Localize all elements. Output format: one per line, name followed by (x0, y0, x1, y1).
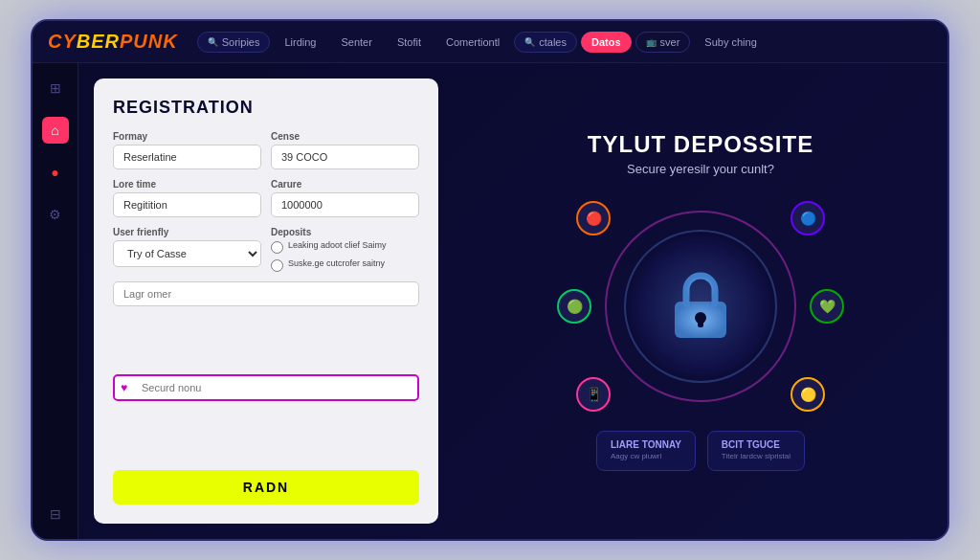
nav-datos[interactable]: Datos (581, 32, 632, 53)
svg-rect-2 (698, 318, 703, 327)
form-group-carure: Carure (271, 179, 419, 217)
last-input[interactable] (113, 281, 419, 306)
deposit-title: TYLUT DEPOSSITE (588, 131, 813, 158)
password-wrapper: ♥ (113, 374, 419, 401)
loretime-input[interactable] (113, 192, 261, 217)
bottom-buttons: LIARE TONNAY Aagy cw pluwrl BCIT TGUCE T… (596, 431, 805, 470)
password-input[interactable] (113, 374, 419, 401)
form-group-last (113, 281, 419, 365)
right-panel: TYLUT DEPOSSITE Secure yeresilr your cun… (454, 63, 947, 539)
cense-input[interactable] (271, 145, 419, 169)
form-row-2: Lore time Carure (113, 179, 419, 217)
userfriendly-select-wrapper: Try of Casse (113, 240, 261, 267)
app-container: Cyberpunk Soripies Lirding Senter Stofit… (31, 19, 949, 541)
deposit-option2[interactable]: Suske.ge cutcrofer saitny (271, 258, 419, 272)
deposit-option1[interactable]: Leaking adoot clief Saimy (271, 240, 419, 254)
orbit-icon-right: 💚 (810, 289, 844, 324)
register-button[interactable]: RADN (113, 470, 419, 504)
heart-icon: ♥ (121, 381, 127, 394)
deposit-radio-1[interactable] (271, 241, 283, 254)
form-group-userfriendly: User frienfly Try of Casse (113, 227, 261, 272)
nav-subyching[interactable]: Suby ching (694, 32, 767, 53)
deposit-subtitle: Secure yeresilr your cunlt? (627, 162, 774, 176)
nav-comertiontl[interactable]: Comertiontl (435, 32, 510, 53)
sidebar-icon-users[interactable]: ⚙ (42, 201, 69, 228)
sidebar-icon-grid[interactable]: ⊞ (42, 75, 69, 101)
form-group-cense: Cense (271, 131, 419, 169)
form-row-3: User frienfly Try of Casse Deposits (113, 227, 419, 272)
form-group-loretime: Lore time (113, 179, 261, 217)
sidebar-icon-dot[interactable]: ● (42, 159, 69, 186)
deposit-checkboxes: Leaking adoot clief Saimy Suske.ge cutcr… (271, 240, 419, 272)
orbit-icon-bottomleft: 📱 (576, 377, 611, 412)
nav-ctales[interactable]: ctales (514, 32, 577, 53)
deposits-label: Deposits (271, 227, 419, 237)
nav-senter[interactable]: Senter (330, 32, 382, 53)
lock-center-icon (657, 263, 744, 349)
bottom-btn-1[interactable]: LIARE TONNAY Aagy cw pluwrl (596, 431, 696, 470)
userfriendly-label: User frienfly (113, 227, 261, 237)
carure-label: Carure (271, 179, 419, 190)
nav-stofit[interactable]: Stofit (387, 32, 432, 53)
orbit-icon-left: 🟢 (557, 289, 591, 324)
nav-soripies[interactable]: Soripies (197, 32, 271, 53)
sidebar: ⊞ ⌂ ● ⚙ ⊟ (33, 63, 78, 539)
userfriendly-select[interactable]: Try of Casse (113, 240, 261, 267)
form-title: REGISTRATION (113, 98, 419, 118)
sidebar-icon-home[interactable]: ⌂ (42, 117, 69, 144)
form-group-format: Formay (113, 131, 261, 169)
form-row-1: Formay Cense (113, 131, 419, 169)
deposit-radio-2[interactable] (271, 259, 283, 272)
logo: Cyberpunk (48, 31, 178, 53)
main-body: ⊞ ⌂ ● ⚙ ⊟ REGISTRATION Formay Cense (33, 63, 947, 539)
orbit-icon-topright: 🔵 (791, 201, 825, 235)
lock-diagram: 🔴 🔵 🟢 💚 📱 🟡 (557, 191, 844, 421)
bottom-btn-2[interactable]: BCIT TGUCE Titelr lardcw slpristal (707, 431, 805, 470)
nav-items: Soripies Lirding Senter Stofit Comertion… (197, 32, 932, 53)
form-group-password: ♥ (113, 374, 419, 458)
form-group-deposits: Deposits Leaking adoot clief Saimy Suske… (271, 227, 419, 272)
content-area: REGISTRATION Formay Cense Lore time (78, 63, 947, 539)
nav-lirding[interactable]: Lirding (274, 32, 326, 53)
top-nav: Cyberpunk Soripies Lirding Senter Stofit… (33, 21, 947, 63)
orbit-icon-bottomright: 🟡 (791, 377, 825, 412)
sidebar-icon-bottom[interactable]: ⊟ (42, 501, 69, 527)
form-panel: REGISTRATION Formay Cense Lore time (94, 78, 438, 524)
cense-label: Cense (271, 131, 419, 142)
carure-input[interactable] (271, 192, 419, 217)
format-input[interactable] (113, 145, 261, 169)
format-label: Formay (113, 131, 261, 142)
nav-sver[interactable]: 📺 sver (635, 32, 691, 53)
loretime-label: Lore time (113, 179, 261, 190)
orbit-icon-topleft: 🔴 (576, 201, 611, 235)
